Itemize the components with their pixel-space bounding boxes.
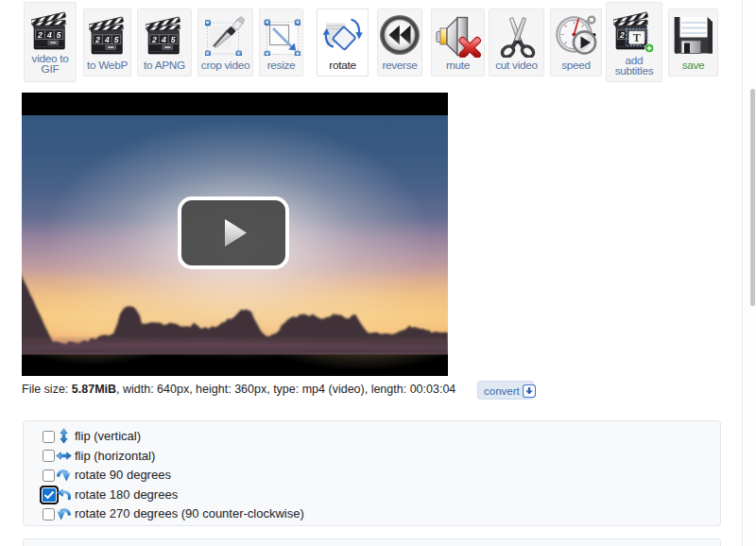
svg-text:T: T bbox=[633, 31, 641, 44]
